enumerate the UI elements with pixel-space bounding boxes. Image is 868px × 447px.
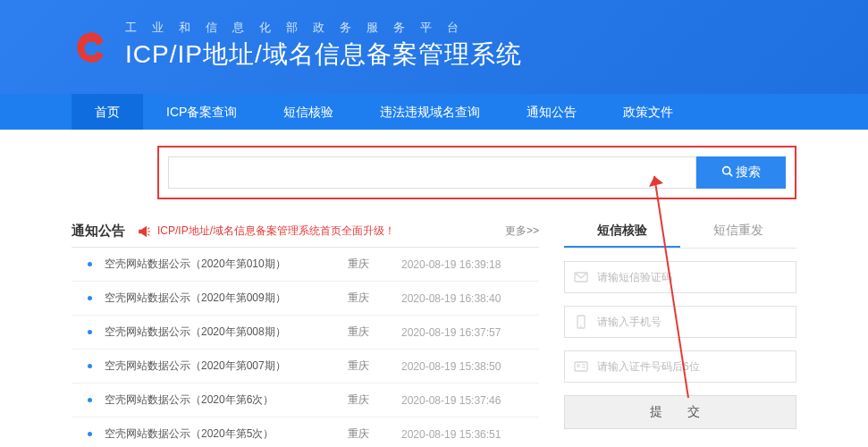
notice-row-title: 空壳网站数据公示（2020年第009期）	[105, 291, 348, 306]
bullet-icon	[88, 330, 92, 334]
svg-rect-5	[575, 362, 587, 371]
notice-list: 空壳网站数据公示（2020年第010期）重庆2020-08-19 16:39:1…	[72, 248, 539, 447]
header: 工业和信息化部政务服务平台 ICP/IP地址/域名信息备案管理系统	[0, 0, 868, 94]
search-area: 搜索	[0, 130, 868, 215]
sms-id-input[interactable]	[597, 360, 787, 373]
notice-row-loc: 重庆	[348, 392, 401, 408]
svg-point-6	[577, 365, 580, 367]
bullet-icon	[88, 262, 92, 266]
notice-row[interactable]: 空壳网站数据公示（2020年第009期）重庆2020-08-19 16:38:4…	[72, 282, 539, 316]
sms-code-input[interactable]	[597, 271, 787, 283]
notice-row-title: 空壳网站数据公示（2020年第6次）	[105, 392, 348, 408]
notice-row[interactable]: 空壳网站数据公示（2020年第010期）重庆2020-08-19 16:39:1…	[72, 248, 539, 282]
notice-row-date: 2020-08-19 15:36:51	[401, 428, 535, 441]
nav-item-0[interactable]: 首页	[72, 94, 143, 130]
notice-row-date: 2020-08-19 15:38:50	[401, 360, 535, 373]
sms-phone-input[interactable]	[597, 316, 787, 328]
bullet-icon	[88, 296, 92, 300]
right-column: 短信核验短信重发 提 交	[564, 215, 796, 447]
header-subtitle: 工业和信息化部政务服务平台	[125, 20, 868, 36]
megaphone-icon	[138, 225, 150, 238]
notice-row-title: 空壳网站数据公示（2020年第5次）	[105, 426, 348, 442]
idcard-icon	[574, 359, 588, 374]
notice-row-loc: 重庆	[348, 426, 401, 442]
search-input[interactable]	[168, 156, 696, 189]
notice-header: 通知公告 ICP/IP地址/域名信息备案管理系统首页全面升级！ 更多>>	[72, 215, 539, 248]
notice-row[interactable]: 空壳网站数据公示（2020年第5次）重庆2020-08-19 15:36:51	[72, 417, 539, 447]
search-box: 搜索	[157, 146, 796, 199]
notice-row-date: 2020-08-19 16:39:18	[401, 258, 535, 271]
notice-banner: ICP/IP地址/域名信息备案管理系统首页全面升级！	[157, 224, 395, 239]
notice-more-link[interactable]: 更多>>	[505, 224, 539, 239]
sms-submit-button[interactable]: 提 交	[564, 395, 796, 429]
svg-line-1	[729, 173, 732, 176]
header-title: ICP/IP地址/域名信息备案管理系统	[125, 38, 868, 72]
notice-row-loc: 重庆	[348, 325, 401, 340]
notice-heading: 通知公告	[72, 223, 125, 240]
notice-row-date: 2020-08-19 16:37:57	[401, 326, 535, 339]
nav-item-1[interactable]: ICP备案查询	[143, 94, 260, 130]
left-column: 通知公告 ICP/IP地址/域名信息备案管理系统首页全面升级！ 更多>> 空壳网…	[72, 215, 539, 447]
bullet-icon	[88, 398, 92, 402]
search-button-label: 搜索	[736, 164, 761, 179]
sms-tab-0[interactable]: 短信核验	[564, 215, 680, 248]
sms-phone-row	[564, 306, 796, 338]
notice-row-title: 空壳网站数据公示（2020年第010期）	[105, 257, 348, 272]
nav-item-5[interactable]: 政策文件	[600, 94, 696, 130]
notice-row-title: 空壳网站数据公示（2020年第007期）	[105, 358, 348, 374]
svg-point-4	[580, 325, 582, 327]
sms-tab-1[interactable]: 短信重发	[680, 215, 796, 248]
nav-bar: 首页ICP备案查询短信核验违法违规域名查询通知公告政策文件	[0, 94, 868, 130]
notice-row-title: 空壳网站数据公示（2020年第008期）	[105, 325, 348, 340]
notice-row[interactable]: 空壳网站数据公示（2020年第007期）重庆2020-08-19 15:38:5…	[72, 350, 539, 384]
notice-row-loc: 重庆	[348, 358, 401, 374]
nav-item-4[interactable]: 通知公告	[503, 94, 600, 130]
nav-item-3[interactable]: 违法违规域名查询	[357, 94, 503, 130]
nav-item-2[interactable]: 短信核验	[260, 94, 357, 130]
search-button[interactable]: 搜索	[696, 156, 786, 189]
content: 通知公告 ICP/IP地址/域名信息备案管理系统首页全面升级！ 更多>> 空壳网…	[0, 215, 868, 447]
sms-id-row	[564, 350, 796, 383]
message-icon	[574, 270, 588, 284]
notice-row-loc: 重庆	[348, 291, 401, 306]
phone-icon	[574, 315, 588, 329]
svg-point-0	[723, 167, 730, 174]
logo-icon	[73, 29, 111, 66]
search-icon	[721, 165, 733, 177]
notice-row[interactable]: 空壳网站数据公示（2020年第6次）重庆2020-08-19 15:37:46	[72, 384, 539, 417]
notice-row-date: 2020-08-19 16:38:40	[401, 292, 535, 305]
notice-row-loc: 重庆	[348, 257, 401, 272]
notice-row-date: 2020-08-19 15:37:46	[401, 394, 535, 407]
sms-tabs: 短信核验短信重发	[564, 215, 796, 249]
bullet-icon	[88, 364, 92, 368]
notice-row[interactable]: 空壳网站数据公示（2020年第008期）重庆2020-08-19 16:37:5…	[72, 316, 539, 350]
bullet-icon	[88, 432, 92, 436]
sms-code-row	[564, 261, 796, 293]
